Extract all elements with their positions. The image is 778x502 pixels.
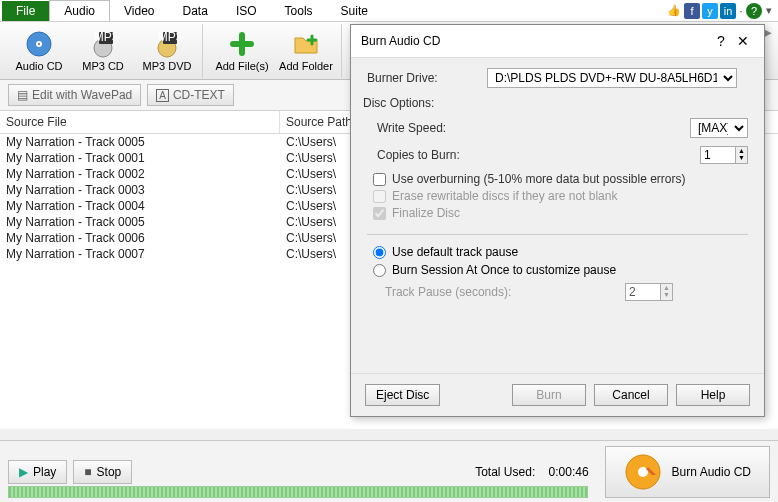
text-icon: A: [156, 89, 169, 102]
file-name: My Narration - Track 0004: [0, 198, 280, 214]
erase-label: Erase rewritable discs if they are not b…: [392, 189, 617, 203]
play-label: Play: [33, 465, 56, 479]
linkedin-icon[interactable]: in: [720, 3, 736, 19]
dvd-mp3-icon: MP3: [153, 30, 181, 58]
erase-checkbox: Erase rewritable discs if they are not b…: [373, 189, 748, 203]
burner-drive-label: Burner Drive:: [367, 71, 487, 85]
add-folder-button[interactable]: Add Folder: [277, 26, 335, 76]
file-name: My Narration - Track 0002: [0, 166, 280, 182]
stop-button[interactable]: ■Stop: [73, 460, 132, 484]
copies-spinner[interactable]: ▲▼: [700, 146, 748, 164]
twitter-icon[interactable]: y: [702, 3, 718, 19]
eject-disc-button[interactable]: Eject Disc: [365, 384, 440, 406]
usage-progress: [8, 486, 588, 498]
menu-suite[interactable]: Suite: [327, 1, 382, 21]
menu-bar: File Audio Video Data ISO Tools Suite 👍 …: [0, 0, 778, 22]
spinner-down-icon[interactable]: ▼: [736, 154, 747, 161]
track-pause-input: [625, 283, 661, 301]
file-name: My Narration - Track 0007: [0, 246, 280, 262]
facebook-icon[interactable]: f: [684, 3, 700, 19]
overburn-checkbox[interactable]: Use overburning (5-10% more data but pos…: [373, 172, 748, 186]
wave-icon: ▤: [17, 88, 28, 102]
burn-button: Burn: [512, 384, 586, 406]
total-used: Total Used: 0:00:46: [475, 465, 588, 479]
audio-cd-label: Audio CD: [15, 60, 62, 72]
file-name: My Narration - Track 0005: [0, 214, 280, 230]
mp3-dvd-label: MP3 DVD: [143, 60, 192, 72]
add-folder-label: Add Folder: [279, 60, 333, 72]
edit-wavepad-label: Edit with WavePad: [32, 88, 132, 102]
spinner-up-icon[interactable]: ▲: [736, 147, 747, 154]
play-button[interactable]: ▶Play: [8, 460, 67, 484]
burn-disc-icon: [624, 453, 662, 491]
svg-point-2: [38, 43, 40, 45]
menu-tools[interactable]: Tools: [271, 1, 327, 21]
mp3-cd-button[interactable]: MP3 MP3 CD: [74, 26, 132, 76]
file-name: My Narration - Track 0006: [0, 230, 280, 246]
burn-dialog: Burn Audio CD ? ✕ Burner Drive: D:\PLDS …: [350, 24, 765, 417]
dropdown-icon[interactable]: ▾: [764, 3, 774, 19]
svg-text:MP3: MP3: [94, 30, 117, 44]
column-source-file[interactable]: Source File: [0, 111, 280, 133]
file-name: My Narration - Track 0003: [0, 182, 280, 198]
copies-input[interactable]: [700, 146, 736, 164]
help-button[interactable]: Help: [676, 384, 750, 406]
menu-data[interactable]: Data: [169, 1, 222, 21]
mp3-cd-label: MP3 CD: [82, 60, 124, 72]
copies-label: Copies to Burn:: [377, 148, 497, 162]
burn-audio-cd-button[interactable]: Burn Audio CD: [605, 446, 770, 498]
cd-text-button[interactable]: A CD-TEXT: [147, 84, 234, 106]
bottom-bar: ▶Play ■Stop Total Used: 0:00:46 Burn Aud…: [0, 440, 778, 502]
play-icon: ▶: [19, 465, 28, 479]
sao-radio[interactable]: Burn Session At Once to customize pause: [373, 263, 748, 277]
social-links: 👍 f y in · ? ▾: [666, 3, 778, 19]
file-name: My Narration - Track 0001: [0, 150, 280, 166]
overburn-label: Use overburning (5-10% more data but pos…: [392, 172, 685, 186]
svg-text:MP3: MP3: [158, 30, 181, 44]
add-files-label: Add File(s): [215, 60, 268, 72]
disc-options-label: Disc Options:: [363, 96, 748, 110]
dialog-help-icon[interactable]: ?: [710, 33, 732, 49]
default-pause-label: Use default track pause: [392, 245, 518, 259]
track-pause-label: Track Pause (seconds):: [385, 285, 625, 299]
spinner-down-icon: ▼: [661, 291, 672, 298]
audio-cd-button[interactable]: Audio CD: [10, 26, 68, 76]
burn-audio-cd-label: Burn Audio CD: [672, 465, 751, 479]
folder-plus-icon: [292, 30, 320, 58]
dialog-title: Burn Audio CD: [361, 34, 710, 48]
total-used-label: Total Used:: [475, 465, 535, 479]
track-pause-spinner: ▲▼: [625, 283, 673, 301]
write-speed-label: Write Speed:: [377, 121, 497, 135]
burner-drive-select[interactable]: D:\PLDS PLDS DVD+-RW DU-8A5LH6D1M2016/0: [487, 68, 737, 88]
default-pause-radio[interactable]: Use default track pause: [373, 245, 748, 259]
spinner-up-icon: ▲: [661, 284, 672, 291]
cd-audio-icon: [25, 30, 53, 58]
edit-wavepad-button[interactable]: ▤ Edit with WavePad: [8, 84, 141, 106]
plus-icon: [228, 30, 256, 58]
like-icon[interactable]: 👍: [666, 3, 682, 19]
stop-label: Stop: [97, 465, 122, 479]
stop-icon: ■: [84, 465, 91, 479]
file-name: My Narration - Track 0005: [0, 134, 280, 150]
menu-iso[interactable]: ISO: [222, 1, 271, 21]
add-files-button[interactable]: Add File(s): [213, 26, 271, 76]
write-speed-select[interactable]: [MAX]: [690, 118, 748, 138]
menu-file[interactable]: File: [2, 1, 49, 21]
dialog-close-icon[interactable]: ✕: [732, 33, 754, 49]
mp3-dvd-button[interactable]: MP3 MP3 DVD: [138, 26, 196, 76]
menu-video[interactable]: Video: [110, 1, 168, 21]
cd-text-label: CD-TEXT: [173, 88, 225, 102]
cd-mp3-icon: MP3: [89, 30, 117, 58]
finalize-checkbox: Finalize Disc: [373, 206, 748, 220]
finalize-label: Finalize Disc: [392, 206, 460, 220]
sao-label: Burn Session At Once to customize pause: [392, 263, 616, 277]
help-icon[interactable]: ?: [746, 3, 762, 19]
menu-audio[interactable]: Audio: [49, 0, 110, 21]
total-used-value: 0:00:46: [549, 465, 589, 479]
cancel-button[interactable]: Cancel: [594, 384, 668, 406]
